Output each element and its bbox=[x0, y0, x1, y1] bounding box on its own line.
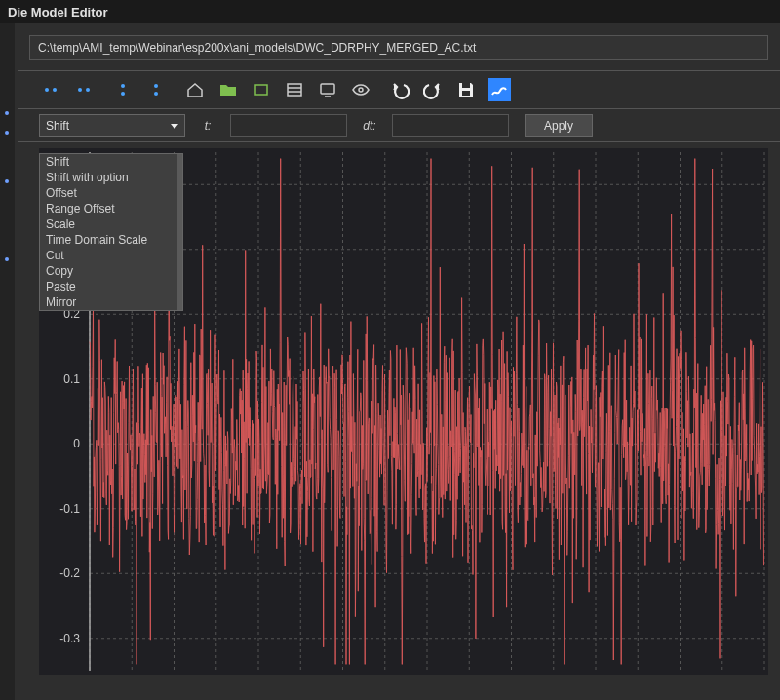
svg-rect-12 bbox=[321, 84, 334, 94]
svg-point-4 bbox=[121, 84, 125, 88]
svg-text:0.1: 0.1 bbox=[63, 372, 80, 386]
svg-point-2 bbox=[78, 88, 82, 92]
svg-marker-17 bbox=[171, 124, 178, 129]
app-title: Die Model Editor bbox=[8, 5, 108, 19]
svg-point-1 bbox=[53, 88, 57, 92]
folder-open-icon[interactable] bbox=[216, 78, 240, 101]
left-gutter bbox=[0, 23, 15, 700]
operation-row: Shift t: dt: Apply bbox=[18, 109, 780, 142]
dropdown-item[interactable]: Cut bbox=[40, 248, 182, 263]
home-icon[interactable] bbox=[183, 78, 207, 101]
operation-select-value: Shift bbox=[46, 119, 69, 133]
svg-rect-9 bbox=[288, 84, 301, 96]
svg-text:0: 0 bbox=[73, 437, 80, 450]
dropdown-item[interactable]: Shift bbox=[40, 154, 182, 170]
dropdown-item[interactable]: Shift with option bbox=[40, 170, 182, 185]
svg-point-3 bbox=[86, 88, 90, 92]
toolbar bbox=[18, 70, 780, 109]
input-t[interactable] bbox=[230, 114, 347, 137]
dots-h-icon[interactable] bbox=[72, 78, 96, 101]
svg-rect-16 bbox=[462, 91, 470, 96]
svg-text:-0.2: -0.2 bbox=[59, 566, 80, 580]
redo-icon[interactable] bbox=[421, 78, 445, 101]
dropdown-item[interactable]: Mirror bbox=[40, 294, 182, 310]
rect-icon[interactable] bbox=[250, 78, 273, 101]
label-dt: dt: bbox=[353, 119, 386, 133]
operation-select[interactable]: Shift bbox=[39, 114, 185, 137]
svg-rect-15 bbox=[462, 83, 470, 88]
svg-text:-0.3: -0.3 bbox=[59, 632, 80, 645]
dropdown-item[interactable]: Offset bbox=[40, 185, 182, 201]
dropdown-scrollbar[interactable] bbox=[177, 154, 182, 310]
list-icon[interactable] bbox=[283, 78, 306, 101]
dots-h-icon[interactable] bbox=[39, 78, 62, 101]
eye-icon[interactable] bbox=[349, 78, 372, 101]
operation-dropdown: Shift Shift with option Offset Range Off… bbox=[39, 153, 183, 311]
main-area: C:\temp\AMI_temp\Webinar\esp200x\ani_mod… bbox=[0, 23, 780, 700]
svg-point-7 bbox=[154, 92, 158, 96]
file-path-field[interactable]: C:\temp\AMI_temp\Webinar\esp200x\ani_mod… bbox=[29, 35, 768, 60]
draw-icon[interactable] bbox=[488, 78, 511, 101]
svg-point-5 bbox=[121, 92, 125, 96]
dots-v-icon[interactable] bbox=[111, 78, 135, 101]
svg-point-0 bbox=[45, 88, 49, 92]
input-dt[interactable] bbox=[392, 114, 509, 137]
svg-point-6 bbox=[154, 84, 158, 88]
dots-v-icon[interactable] bbox=[144, 78, 168, 101]
label-t: t: bbox=[191, 119, 224, 133]
undo-icon[interactable] bbox=[388, 78, 411, 101]
svg-point-14 bbox=[359, 88, 363, 92]
dropdown-item[interactable]: Paste bbox=[40, 279, 182, 294]
svg-rect-8 bbox=[255, 85, 267, 95]
save-icon[interactable] bbox=[454, 78, 478, 101]
titlebar: Die Model Editor bbox=[0, 0, 780, 23]
dropdown-item[interactable]: Range Offset bbox=[40, 201, 182, 216]
screen-icon[interactable] bbox=[316, 78, 339, 101]
dropdown-item[interactable]: Copy bbox=[40, 263, 182, 279]
svg-text:-0.1: -0.1 bbox=[59, 502, 80, 516]
apply-button[interactable]: Apply bbox=[525, 114, 593, 137]
dropdown-item[interactable]: Time Domain Scale bbox=[40, 232, 182, 248]
apply-button-label: Apply bbox=[544, 119, 573, 133]
chevron-down-icon bbox=[169, 119, 180, 136]
dropdown-item[interactable]: Scale bbox=[40, 216, 182, 232]
